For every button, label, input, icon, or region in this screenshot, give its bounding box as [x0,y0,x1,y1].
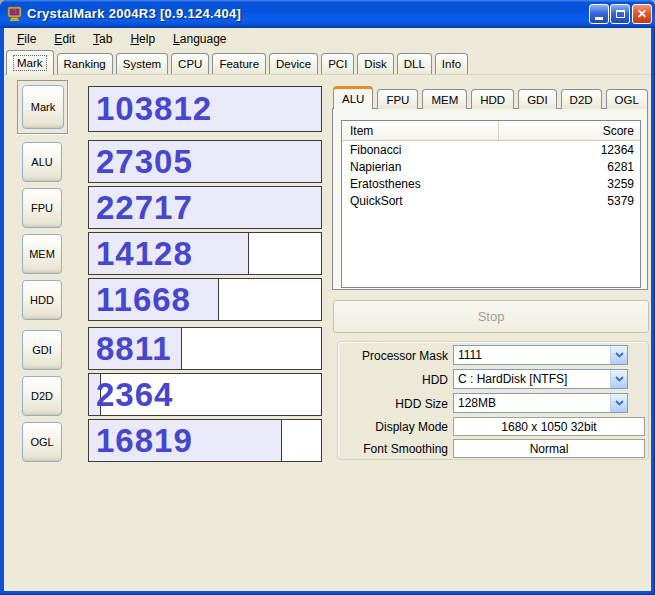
table-row[interactable]: QuickSort 5379 [342,192,640,209]
display-mode-label: Display Mode [344,420,448,434]
font-smoothing-value: Normal [453,439,645,458]
score-bar-mark: 103812 [88,86,322,132]
run-mark-button[interactable]: Mark [22,85,64,129]
tab-device[interactable]: Device [269,53,318,74]
stop-button[interactable]: Stop [333,300,649,333]
detail-tab-gdi[interactable]: GDI [518,89,556,109]
tab-ranking[interactable]: Ranking [57,53,113,74]
tab-dll[interactable]: DLL [397,53,432,74]
menu-help[interactable]: Help [121,30,164,48]
detail-tab-ogl[interactable]: OGL [606,89,648,109]
detail-tab-strip: ALU FPU MEM HDD GDI D2D OGL [333,86,652,109]
detail-tab-fpu[interactable]: FPU [377,89,418,109]
detail-panel: Item Score Fibonacci 12364 Napierian 628… [332,108,648,290]
item-cell: Napierian [342,158,498,175]
tab-system[interactable]: System [116,53,168,74]
run-gdi-button[interactable]: GDI [22,330,62,370]
result-list: Item Score Fibonacci 12364 Napierian 628… [341,120,641,288]
display-mode-value: 1680 x 1050 32bit [453,417,645,436]
dropdown-arrow-icon[interactable] [610,394,627,412]
tab-pci[interactable]: PCI [321,53,354,74]
processor-mask-label: Processor Mask [344,349,448,363]
main-tab-strip: Mark Ranking System CPU Feature Device P… [4,49,651,75]
tab-info[interactable]: Info [435,53,468,74]
score-bar-d2d: 2364 [88,373,322,416]
run-fpu-button[interactable]: FPU [22,188,62,228]
font-smoothing-label: Font Smoothing [344,442,448,456]
score-cell: 3259 [498,175,640,192]
close-icon: ✕ [637,8,647,20]
column-header-score[interactable]: Score [498,121,640,140]
score-value-hdd: 11668 [96,279,191,320]
detail-tab-alu[interactable]: ALU [333,86,373,109]
score-value-gdi: 8811 [96,328,172,369]
tab-mark[interactable]: Mark [6,50,54,75]
score-bar-gdi: 8811 [88,327,322,370]
table-row[interactable]: Napierian 6281 [342,158,640,175]
score-bar-mem: 14128 [88,232,322,275]
window-title: CrystalMark 2004R3 [0.9.124.404] [27,6,241,21]
hdd-label: HDD [344,373,448,387]
dropdown-arrow-icon[interactable] [610,346,627,364]
score-value-d2d: 2364 [96,374,173,415]
column-header-item[interactable]: Item [342,121,498,140]
score-value-mem: 14128 [96,233,193,274]
maximize-icon [616,10,625,18]
menu-language[interactable]: Language [164,30,235,48]
score-value-mark: 103812 [96,87,212,131]
score-cell: 5379 [498,192,640,209]
run-alu-button[interactable]: ALU [22,142,62,182]
tab-cpu[interactable]: CPU [171,53,209,74]
menu-bar: File Edit Tab Help Language [4,28,651,49]
item-cell: Eratosthenes [342,175,498,192]
close-button[interactable]: ✕ [632,4,652,24]
run-mem-button[interactable]: MEM [22,234,62,274]
score-cell: 12364 [498,141,640,158]
hdd-select[interactable]: C : HardDisk [NTFS] [453,369,628,389]
hdd-size-select[interactable]: 128MB [453,393,628,413]
detail-tab-hdd[interactable]: HDD [471,89,514,109]
minimize-button[interactable] [589,4,609,24]
menu-tab[interactable]: Tab [84,30,121,48]
score-bar-hdd: 11668 [88,278,322,321]
dropdown-arrow-icon[interactable] [610,370,627,388]
score-bar-alu: 27305 [88,140,322,183]
tab-disk[interactable]: Disk [357,53,393,74]
processor-mask-select[interactable]: 1111 [453,345,628,365]
minimize-icon [595,17,603,20]
title-bar: CrystalMark 2004R3 [0.9.124.404] ✕ [0,0,655,28]
run-hdd-button[interactable]: HDD [22,280,62,320]
score-value-fpu: 22717 [96,187,193,228]
score-value-ogl: 16819 [96,420,193,461]
hdd-size-label: HDD Size [344,397,448,411]
score-value-alu: 27305 [96,141,193,182]
tab-feature[interactable]: Feature [212,53,266,74]
menu-edit[interactable]: Edit [45,30,84,48]
result-list-header: Item Score [342,121,640,141]
client-area: File Edit Tab Help Language Mark Ranking… [4,28,651,591]
score-bar-ogl: 16819 [88,419,322,462]
score-bar-fpu: 22717 [88,186,322,229]
item-cell: Fibonacci [342,141,498,158]
maximize-button[interactable] [610,4,630,24]
table-row[interactable]: Fibonacci 12364 [342,141,640,158]
app-window: CrystalMark 2004R3 [0.9.124.404] ✕ File … [0,0,655,595]
app-icon [7,6,23,22]
detail-tab-d2d[interactable]: D2D [561,89,602,109]
score-cell: 6281 [498,158,640,175]
run-d2d-button[interactable]: D2D [22,376,62,416]
table-row[interactable]: Eratosthenes 3259 [342,175,640,192]
run-ogl-button[interactable]: OGL [22,422,62,462]
detail-tab-mem[interactable]: MEM [422,89,467,109]
menu-file[interactable]: File [8,30,45,48]
item-cell: QuickSort [342,192,498,209]
